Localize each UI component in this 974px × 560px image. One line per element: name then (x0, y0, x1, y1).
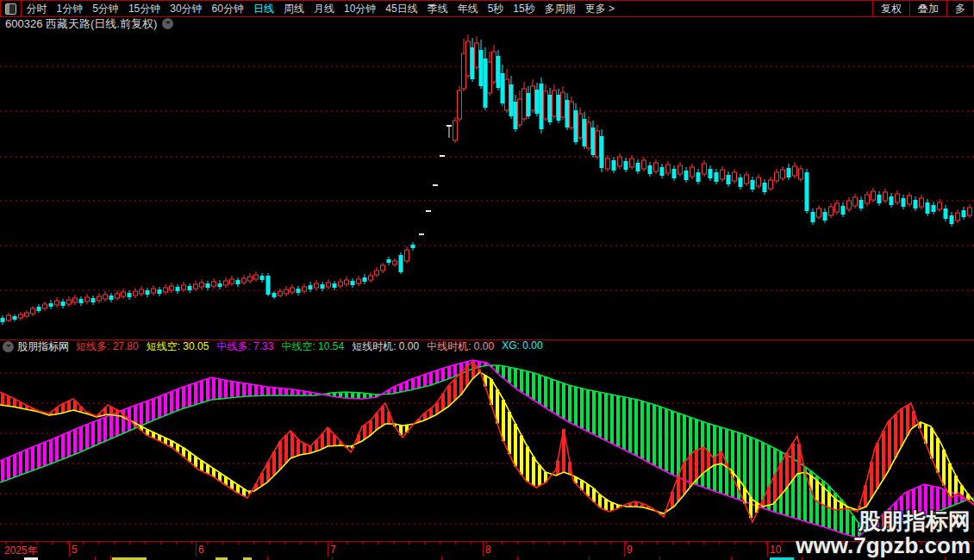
axis-month-line (328, 542, 328, 557)
axis-minor-tick (191, 542, 192, 544)
period-tab-15分钟[interactable]: 15分钟 (123, 2, 165, 16)
axis-minor-tick (719, 542, 720, 544)
toolbar-button-复权[interactable]: 复权 (872, 1, 909, 16)
indicator-field-短线空: 短线空: 30.05 (147, 339, 209, 354)
period-toolbar: 分时1分钟5分钟15分钟30分钟60分钟日线周线月线10分钟45日线季线年线5秒… (0, 0, 974, 17)
axis-month-label-6: 6 (198, 544, 204, 556)
axis-minor-tick (378, 542, 378, 544)
axis-month-line (767, 542, 768, 557)
period-tab-日线[interactable]: 日线 (248, 2, 278, 16)
stock-title: 600326 西藏天路(日线.前复权) (5, 16, 157, 32)
axis-minor-tick (703, 542, 704, 544)
site-watermark: 股朋指标网 www.7gpzb.com (796, 510, 971, 557)
period-tab-5分钟[interactable]: 5分钟 (88, 2, 124, 16)
axis-minor-tick (114, 542, 115, 544)
period-tab-周线[interactable]: 周线 (278, 2, 309, 16)
axis-minor-tick (657, 542, 658, 544)
axis-month-label-5: 5 (72, 544, 78, 556)
panel-split-icon (5, 3, 16, 15)
axis-minor-tick (315, 542, 316, 544)
axis-minor-tick (145, 542, 146, 544)
axis-minor-tick (284, 542, 285, 544)
stock-title-row: 600326 西藏天路(日线.前复权) (0, 17, 974, 30)
axis-minor-tick (533, 542, 534, 544)
watermark-name: 股朋指标网 (796, 510, 971, 533)
axis-minor-tick (393, 542, 394, 544)
axis-minor-tick (52, 542, 53, 544)
axis-minor-tick (176, 542, 177, 544)
main-candlestick-chart[interactable] (0, 30, 974, 339)
axis-minor-tick (222, 542, 223, 544)
period-tab-1分钟[interactable]: 1分钟 (52, 2, 88, 16)
axis-minor-tick (98, 542, 99, 544)
axis-minor-tick (579, 542, 580, 544)
axis-month-label-8: 8 (485, 544, 491, 556)
layout-panel-icon[interactable] (1, 1, 22, 16)
period-tab-list: 分时1分钟5分钟15分钟30分钟60分钟日线周线月线10分钟45日线季线年线5秒… (22, 2, 620, 16)
axis-minor-tick (207, 542, 208, 544)
toolbar-button-叠加[interactable]: 叠加 (909, 1, 946, 16)
period-tab-多周期[interactable]: 多周期 (540, 2, 580, 16)
axis-minor-tick (21, 542, 22, 544)
axis-minor-tick (564, 542, 565, 544)
indicator-values: 短线多: 27.80短线空: 30.05中线多: 7.33中线空: 10.54短… (76, 339, 551, 354)
period-tab-45日线[interactable]: 45日线 (381, 2, 422, 16)
title-dropdown-icon[interactable] (162, 18, 173, 29)
axis-minor-tick (471, 542, 471, 544)
period-tab-15秒[interactable]: 15秒 (509, 2, 540, 16)
tdx-chart-window: { "toolbar": { "periods": [ {"label":"分时… (0, 0, 974, 560)
axis-month-line (69, 542, 70, 557)
period-tab-分时[interactable]: 分时 (22, 2, 52, 16)
indicator-field-中线多: 中线多: 7.33 (216, 339, 273, 354)
clipped-tick (589, 557, 590, 560)
axis-minor-tick (269, 542, 270, 544)
indicator-header-row: 股朋指标网 短线多: 27.80短线空: 30.05中线多: 7.33中线空: … (0, 340, 974, 353)
indicator-field-短线时机: 短线时机: 0.00 (352, 339, 419, 354)
axis-minor-tick (610, 542, 611, 544)
axis-minor-tick (67, 542, 68, 544)
axis-minor-tick (688, 542, 689, 544)
axis-month-label-10: 10 (770, 544, 781, 556)
clipped-tick (267, 557, 268, 560)
axis-minor-tick (548, 542, 549, 544)
period-tab-10分钟[interactable]: 10分钟 (339, 2, 380, 16)
clipped-tick (441, 557, 442, 560)
period-tab-更多 >[interactable]: 更多 > (580, 2, 619, 16)
axis-minor-tick (5, 542, 6, 544)
axis-minor-tick (129, 542, 130, 544)
axis-minor-tick (424, 542, 425, 544)
clipped-tick (110, 557, 111, 560)
indicator-dropdown-icon[interactable] (3, 341, 14, 352)
indicator-field-短线多: 短线多: 27.80 (76, 339, 139, 354)
axis-minor-tick (347, 542, 347, 544)
axis-month-line (624, 542, 625, 557)
axis-month-line (483, 542, 484, 557)
indicator-field-中线时机: 中线时机: 0.00 (427, 339, 494, 354)
clipped-tick (731, 557, 732, 560)
period-tab-季线[interactable]: 季线 (422, 2, 453, 16)
indicator-field-XG: XG: 0.00 (502, 339, 542, 354)
toolbar-right-buttons: 复权叠加多 (872, 1, 973, 16)
axis-minor-tick (253, 542, 254, 544)
axis-minor-tick (409, 542, 409, 544)
axis-minor-tick (734, 542, 735, 544)
axis-minor-tick (502, 542, 503, 544)
axis-minor-tick (300, 542, 301, 544)
period-tab-年线[interactable]: 年线 (453, 2, 483, 16)
period-tab-5秒[interactable]: 5秒 (483, 2, 509, 16)
period-tab-30分钟[interactable]: 30分钟 (165, 2, 207, 16)
axis-minor-tick (641, 542, 642, 544)
axis-minor-tick (517, 542, 518, 544)
period-tab-月线[interactable]: 月线 (309, 2, 339, 16)
period-tab-60分钟[interactable]: 60分钟 (207, 2, 248, 16)
clipped-tick (332, 557, 333, 560)
toolbar-button-多[interactable]: 多 (946, 1, 973, 16)
axis-minor-tick (455, 542, 456, 544)
axis-month-line (196, 542, 197, 557)
watermark-url: www.7gpzb.com (796, 534, 971, 557)
axis-minor-tick (765, 542, 766, 544)
axis-minor-tick (595, 542, 596, 544)
axis-minor-tick (238, 542, 239, 544)
clipped-tick (659, 557, 660, 560)
clipped-tick (517, 557, 518, 560)
